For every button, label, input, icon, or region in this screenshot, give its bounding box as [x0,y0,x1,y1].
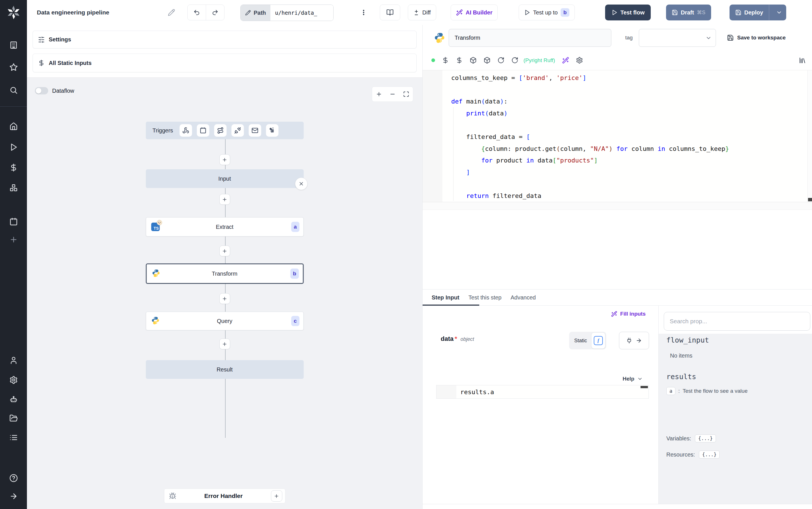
step-name-input[interactable] [449,29,611,47]
deploy-button[interactable]: Deploy [730,4,786,21]
result-node[interactable]: Result [146,360,303,379]
bot-icon[interactable] [9,395,18,404]
deploy-dropdown-chevron-icon[interactable] [772,9,786,15]
draft-label: Draft [681,9,694,16]
code-lines[interactable]: columns_to_keep = ['brand', 'price'] def… [451,72,729,202]
all-static-inputs-card[interactable]: All Static Inputs [33,54,417,72]
route-trigger-icon[interactable] [214,124,227,137]
triggers-node[interactable]: Triggers [146,122,303,139]
list-icon[interactable] [9,433,18,442]
folder-icon[interactable] [9,414,18,422]
variables-dollar-icon[interactable] [9,163,18,172]
edit-title-pencil-icon[interactable] [168,9,175,16]
flow-settings-card[interactable]: Settings [33,31,417,48]
resources-boxes-icon[interactable] [9,184,18,192]
topbar: Data engineering pipeline Path u/henri/d… [27,0,812,25]
flow-title: Data engineering pipeline [37,0,109,25]
variable-picker-dollar-icon[interactable] [442,57,449,64]
add-error-handler-button[interactable] [271,490,282,502]
connect-input-buttons[interactable] [619,332,649,349]
schedule-trigger-icon[interactable] [197,124,210,137]
test-flow-button[interactable]: Test flow [605,4,651,21]
scrollbar-thumb[interactable] [808,198,812,201]
canvas-zoom-controls [372,87,413,102]
add-step-button[interactable] [219,245,230,256]
settings-gear-icon[interactable] [9,376,18,384]
path-value[interactable]: u/henri/data_ [270,5,333,21]
tag-select[interactable] [639,29,716,47]
results-section-label[interactable]: results [666,373,696,381]
resource-picker-dollar-icon[interactable] [456,57,463,64]
zoom-out-button[interactable] [386,87,399,102]
package-icon[interactable] [483,57,491,64]
library-icon[interactable] [799,50,806,70]
ai-builder-button[interactable]: AI Builder [451,4,498,21]
windmill-logo[interactable] [6,5,21,20]
search-prop-input[interactable] [664,312,810,331]
path-label-segment[interactable]: Path [241,5,270,21]
path-group[interactable]: Path u/henri/data_ [241,4,334,21]
flow-canvas[interactable]: Dataflow Triggers Input TS [27,77,422,509]
step-node-extract[interactable]: TS Extract a [146,217,303,237]
tab-test-this-step[interactable]: Test this step [469,290,502,305]
workspace-icon[interactable] [9,41,18,49]
flow-input-section-label[interactable]: flow_input [666,336,709,344]
result-key-chip[interactable]: a [666,387,675,395]
favorites-star-icon[interactable] [9,63,18,71]
runs-play-icon[interactable] [9,143,18,151]
fit-view-button[interactable] [399,87,413,102]
email-trigger-icon[interactable] [249,124,261,137]
expand-sidebar-arrow-icon[interactable] [9,492,18,501]
fill-inputs-button[interactable]: Fill inputs [611,311,645,317]
ai-wand-icon[interactable] [562,57,569,64]
home-icon[interactable] [9,122,18,131]
test-up-to-step-badge[interactable]: b [561,8,570,17]
resources-object-chip[interactable]: {...} [699,450,719,459]
editor-settings-gear-icon[interactable] [576,57,583,64]
step-node-transform-selected[interactable]: Transform b [146,264,303,284]
argument-name: data [441,335,453,343]
add-step-button[interactable] [219,194,230,205]
more-kebab-icon[interactable] [358,4,369,21]
zoom-in-button[interactable] [372,87,386,102]
poll-trigger-icon[interactable] [266,124,279,137]
undo-button[interactable] [188,5,206,20]
add-step-button[interactable] [219,154,230,165]
dataflow-toggle[interactable] [35,87,48,94]
user-icon[interactable] [9,356,18,365]
expression-value[interactable]: results.a [460,388,494,396]
input-node[interactable]: Input [146,169,303,188]
expression-editor[interactable]: results.a [436,385,649,399]
webhook-trigger-icon[interactable] [180,124,192,137]
save-icon [735,9,741,15]
draft-button[interactable]: Draft ⌘S [666,4,711,21]
wand-sparkles-icon [456,9,463,16]
help-icon[interactable] [9,474,18,482]
redo-button[interactable] [206,5,224,20]
reload-icon[interactable] [511,57,518,64]
package-icon[interactable] [470,57,477,64]
diff-button[interactable]: Diff [408,4,436,21]
extract-step-badge: a [291,222,299,232]
add-plus-icon[interactable] [9,235,18,244]
save-to-workspace-button[interactable]: Save to workspace [727,25,786,50]
step-node-query[interactable]: Query c [146,312,303,330]
tab-step-input[interactable]: Step Input [432,290,459,305]
javascript-expression-toggle[interactable]: f [591,332,605,349]
docs-book-icon[interactable] [380,4,400,21]
websocket-trigger-icon[interactable] [231,124,244,137]
variables-object-chip[interactable]: {...} [695,434,716,442]
help-toggle[interactable]: Help [623,376,643,382]
deselect-step-close-icon[interactable] [295,177,307,190]
error-handler-node[interactable]: Error Handler [164,488,285,503]
extract-node-label: Extract [216,224,233,230]
static-javascript-toggle[interactable]: Static f [569,332,606,349]
test-up-to-button[interactable]: Test up to b [519,4,575,21]
schedules-calendar-icon[interactable] [9,217,18,226]
search-icon[interactable] [9,86,18,94]
tab-advanced[interactable]: Advanced [510,290,536,305]
code-editor[interactable]: columns_to_keep = ['brand', 'price'] def… [422,70,812,202]
add-step-button[interactable] [219,339,230,349]
reload-icon[interactable] [497,57,505,64]
add-step-button[interactable] [219,293,230,304]
